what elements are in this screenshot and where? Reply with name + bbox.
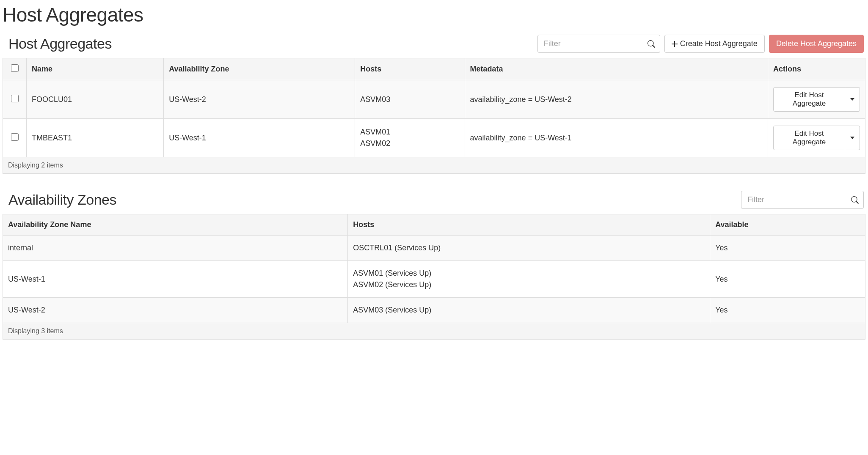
cell-metadata: availability_zone = US-West-2 (465, 80, 768, 119)
aggregates-col-metadata[interactable]: Metadata (465, 58, 768, 80)
caret-down-icon (850, 137, 854, 139)
aggregates-actions: Create Host Aggregate Delete Host Aggreg… (537, 35, 864, 53)
cell-az: US-West-1 (164, 119, 355, 157)
zones-title: Availability Zones (4, 192, 116, 208)
table-row: TMBEAST1 US-West-1 ASVM01ASVM02 availabi… (3, 119, 865, 157)
cell-az: US-West-2 (164, 80, 355, 119)
edit-dropdown-toggle[interactable] (845, 87, 860, 112)
table-row: FOOCLU01 US-West-2 ASVM03 availability_z… (3, 80, 865, 119)
zones-col-available[interactable]: Available (710, 214, 865, 236)
cell-actions: Edit Host Aggregate (768, 80, 865, 119)
cell-zone-name: US-West-2 (3, 298, 348, 323)
hosts-list: OSCTRL01 (Services Up) (353, 242, 705, 254)
aggregates-filter-wrap (537, 35, 660, 53)
aggregates-title: Host Aggregates (4, 36, 112, 52)
edit-host-aggregate-button[interactable]: Edit Host Aggregate (773, 87, 845, 112)
zones-filter-input[interactable] (741, 191, 864, 209)
table-row: US-West-2 ASVM03 (Services Up) Yes (3, 298, 865, 323)
zones-actions (741, 191, 864, 209)
caret-down-icon (850, 98, 854, 101)
aggregates-col-actions: Actions (768, 58, 865, 80)
cell-zone-hosts: ASVM01 (Services Up)ASVM02 (Services Up) (348, 261, 710, 298)
edit-dropdown-toggle[interactable] (845, 126, 860, 150)
cell-name: FOOCLU01 (27, 80, 164, 119)
create-host-aggregate-label: Create Host Aggregate (680, 39, 758, 48)
cell-zone-name: US-West-1 (3, 261, 348, 298)
hosts-list: ASVM03 (Services Up) (353, 304, 705, 316)
table-row: US-West-1 ASVM01 (Services Up)ASVM02 (Se… (3, 261, 865, 298)
edit-button-group: Edit Host Aggregate (773, 126, 860, 150)
zones-footer: Displaying 3 items (3, 323, 865, 340)
aggregates-col-az[interactable]: Availability Zone (164, 58, 355, 80)
aggregates-select-all-header (3, 58, 27, 80)
zones-col-name[interactable]: Availability Zone Name (3, 214, 348, 236)
row-checkbox[interactable] (11, 95, 19, 102)
svg-rect-1 (672, 44, 678, 44)
zones-header: Availability Zones (3, 191, 865, 209)
cell-zone-hosts: ASVM03 (Services Up) (348, 298, 710, 323)
hosts-list: ASVM03 (360, 94, 459, 105)
aggregates-footer: Displaying 2 items (3, 157, 865, 174)
cell-hosts: ASVM01ASVM02 (355, 119, 465, 157)
create-host-aggregate-button[interactable]: Create Host Aggregate (664, 35, 765, 53)
cell-hosts: ASVM03 (355, 80, 465, 119)
cell-zone-available: Yes (710, 298, 865, 323)
cell-zone-available: Yes (710, 261, 865, 298)
cell-zone-available: Yes (710, 236, 865, 261)
zones-filter-wrap (741, 191, 864, 209)
edit-button-group: Edit Host Aggregate (773, 87, 860, 112)
cell-actions: Edit Host Aggregate (768, 119, 865, 157)
zones-table: Availability Zone Name Hosts Available i… (3, 214, 865, 340)
zones-col-hosts[interactable]: Hosts (348, 214, 710, 236)
delete-host-aggregates-label: Delete Host Aggregates (776, 39, 857, 48)
row-checkbox[interactable] (11, 133, 19, 141)
hosts-list: ASVM01 (Services Up)ASVM02 (Services Up) (353, 268, 705, 291)
aggregates-col-hosts[interactable]: Hosts (355, 58, 465, 80)
aggregates-filter-input[interactable] (537, 35, 660, 53)
edit-host-aggregate-button[interactable]: Edit Host Aggregate (773, 126, 845, 150)
plus-icon (672, 41, 678, 47)
table-row: internal OSCTRL01 (Services Up) Yes (3, 236, 865, 261)
aggregates-table: Name Availability Zone Hosts Metadata Ac… (3, 58, 865, 174)
cell-zone-hosts: OSCTRL01 (Services Up) (348, 236, 710, 261)
delete-host-aggregates-button[interactable]: Delete Host Aggregates (769, 35, 864, 53)
aggregates-select-all-checkbox[interactable] (11, 64, 19, 72)
cell-zone-name: internal (3, 236, 348, 261)
hosts-list: ASVM01ASVM02 (360, 126, 459, 149)
cell-metadata: availability_zone = US-West-1 (465, 119, 768, 157)
cell-name: TMBEAST1 (27, 119, 164, 157)
aggregates-col-name[interactable]: Name (27, 58, 164, 80)
aggregates-header: Host Aggregates Create Host Aggregate De… (3, 35, 865, 53)
page-title: Host Aggregates (3, 3, 865, 26)
